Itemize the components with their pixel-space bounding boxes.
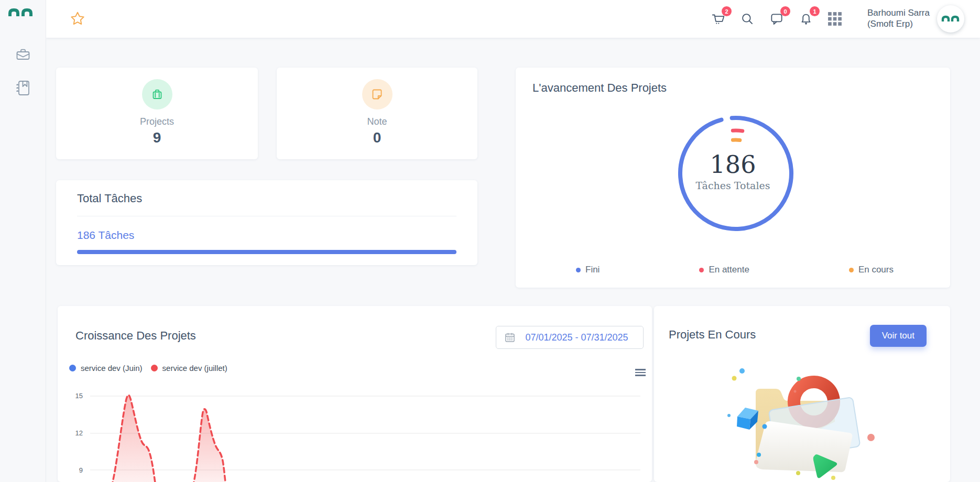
donut-total-label: Tâches Totales — [516, 180, 950, 191]
cart-button[interactable]: 2 — [710, 11, 726, 27]
folder-illustration — [723, 362, 901, 482]
legend-item-fini[interactable]: Fini — [576, 265, 600, 275]
donut-legend: Fini En attente En cours — [576, 265, 894, 275]
apps-menu-button[interactable] — [827, 12, 842, 26]
stat-label: Note — [367, 116, 387, 127]
user-org: (Smoft Erp) — [867, 19, 930, 30]
sidebar-item-notes[interactable] — [14, 79, 32, 97]
user-menu[interactable]: Barhoumi Sarra (Smoft Erp) — [867, 8, 930, 29]
search-icon — [739, 11, 755, 27]
total-tasks-progress-bar — [77, 250, 456, 254]
legend-label: En cours — [858, 265, 894, 275]
view-all-button[interactable]: Voir tout — [870, 325, 927, 347]
avatar-logo-icon — [941, 14, 960, 24]
donut-total-value: 186 — [516, 150, 950, 179]
avatar[interactable] — [937, 5, 964, 32]
briefcase-icon — [15, 46, 31, 63]
briefcase-icon — [150, 87, 165, 102]
stat-label: Projects — [140, 116, 174, 127]
cart-badge: 2 — [722, 6, 732, 16]
project-progress-card: L'avancement Des Projets 186 Tâches Tota… — [516, 68, 950, 288]
messages-badge: 0 — [780, 6, 790, 16]
legend-item-en-cours[interactable]: En cours — [849, 265, 894, 275]
projects-in-progress-title: Projets En Cours — [669, 328, 756, 342]
legend-dot-orange — [849, 268, 854, 272]
notebook-icon — [14, 79, 32, 97]
legend-label: Fini — [585, 265, 600, 275]
notifications-badge: 1 — [810, 6, 820, 16]
total-tasks-card: Total Tâches 186 Tâches — [56, 180, 477, 265]
favorite-star-button[interactable] — [69, 10, 86, 27]
legend-label: En attente — [709, 265, 749, 275]
growth-chart-card: Croissance Des Projets 07/01/2025 - 07/3… — [58, 306, 652, 482]
note-stat-card: Note 0 — [277, 68, 477, 159]
sidebar — [0, 0, 46, 482]
total-tasks-title: Total Tâches — [77, 192, 456, 205]
divider — [77, 216, 456, 216]
legend-dot-blue — [576, 268, 581, 272]
search-button[interactable] — [739, 11, 755, 27]
messages-button[interactable]: 0 — [769, 11, 785, 27]
top-header: 2 0 — [46, 0, 980, 38]
legend-dot-red — [699, 268, 704, 272]
donut-center: 186 Tâches Totales — [516, 150, 950, 191]
projects-stat-card: Projects 9 — [56, 68, 258, 159]
projects-in-progress-card: Projets En Cours Voir tout — [654, 306, 950, 482]
area-chart — [58, 306, 652, 482]
note-icon-circle — [362, 79, 393, 109]
star-icon — [69, 10, 86, 27]
app-logo[interactable] — [7, 6, 35, 20]
total-tasks-link[interactable]: 186 Tâches — [77, 229, 134, 242]
user-name: Barhoumi Sarra — [867, 8, 930, 19]
projects-icon-circle — [142, 79, 172, 109]
stat-value: 0 — [373, 129, 382, 146]
stat-value: 9 — [153, 129, 161, 146]
notifications-button[interactable]: 1 — [798, 11, 814, 27]
apps-grid-icon — [827, 12, 842, 26]
legend-item-en-attente[interactable]: En attente — [699, 265, 749, 275]
sidebar-item-projects[interactable] — [15, 46, 31, 63]
note-icon — [370, 87, 385, 102]
